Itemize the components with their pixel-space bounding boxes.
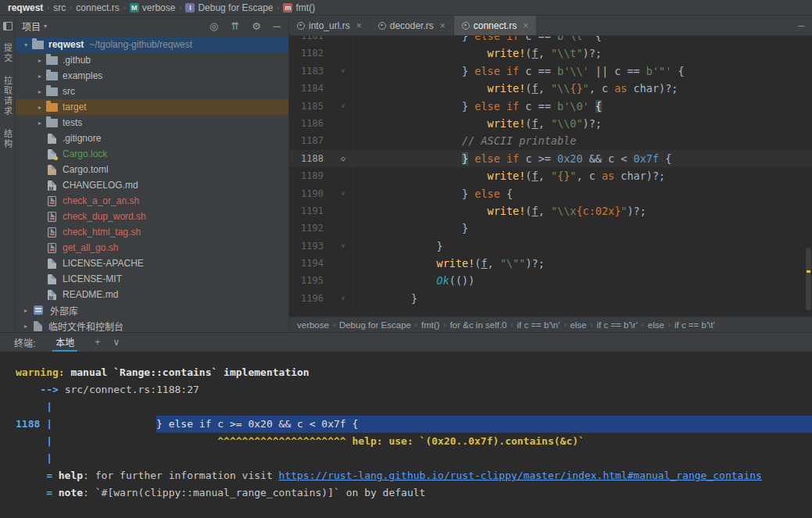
code-breadcrumb-item[interactable]: Debug for Escape [339,320,411,330]
tree-item[interactable]: check_html_tag.sh [16,224,288,240]
tree-item[interactable]: check_a_or_an.sh [16,193,288,209]
editor-scrollbar[interactable] [804,36,812,316]
terminal-output[interactable]: warning: manual `Range::contains` implem… [0,352,812,518]
tree-item[interactable]: README.md [16,287,288,302]
expand-arrow-icon[interactable]: ▸ [34,104,45,111]
expand-arrow-icon[interactable]: ▸ [20,323,31,330]
editor[interactable]: 1181 } else if c == b'\t' {1182 write!(f… [289,36,812,316]
breadcrumb-item[interactable]: IDebug for Escape [185,2,273,13]
tree-item[interactable]: CHANGELOG.md [16,177,288,193]
code-line[interactable]: 1186 write!(f, "\\0")?; [289,115,812,132]
hide-tabs-icon[interactable]: ─ [798,21,804,30]
caret-marker-icon[interactable]: ◇ [333,150,353,167]
hide-panel-icon[interactable]: ─ [274,20,281,32]
settings-gear-icon[interactable]: ⚙ [252,20,261,32]
breadcrumb-separator: › [563,321,566,329]
code-token: else [474,65,500,77]
expand-arrow-icon[interactable]: ▸ [34,73,45,80]
code-line[interactable]: 1194 write!(f, "\"")?; [289,255,812,272]
code-line[interactable]: 1183∨ } else if c == b'\\' || c == b'"' … [289,63,812,80]
code-breadcrumb-item[interactable]: if c == b'\t' [674,320,715,330]
breadcrumb-separator: › [70,4,72,12]
expand-arrow-icon[interactable]: ▸ [34,120,45,127]
breadcrumb-item-label: verbose [142,2,176,13]
fold-icon[interactable]: ∨ [333,185,353,202]
code-breadcrumb-item[interactable]: for &c in self.0 [450,320,507,330]
tree-root-row[interactable]: ▾reqwest~/tgolang-github/reqwest [16,37,288,52]
code-line[interactable]: 1195 Ok(()) [289,272,812,289]
tree-item[interactable]: ▸examples [16,68,288,84]
project-tool-icon[interactable] [3,22,13,30]
breadcrumb-item[interactable]: reqwest [8,2,43,13]
code-token: , [538,117,551,130]
tab-close-icon[interactable]: × [440,20,445,31]
tree-item[interactable]: ▸tests [16,115,288,130]
tree-item[interactable]: .gitignore [16,130,288,146]
code-line[interactable]: 1193∨ } [289,238,812,255]
code-token: } [360,36,474,42]
tree-item[interactable]: ▸外部库 [16,302,288,318]
tree-item[interactable]: ▸临时文件和控制台 [16,318,288,332]
tool-button-pull-requests[interactable]: 拉取请求 [2,76,14,116]
expand-arrow-icon[interactable]: ▸ [20,307,31,314]
terminal-tab-local[interactable]: 本地 [52,333,77,352]
expand-arrow-icon[interactable]: ▸ [34,88,45,95]
line-number: 1184 [289,80,333,97]
add-session-icon[interactable]: + [95,337,100,348]
terminal-selected-text[interactable]: } else if c >= 0x20 && c < 0x7f { [156,416,812,433]
code-line[interactable]: 1181 } else if c == b'\t' { [289,36,812,45]
code-breadcrumb-item[interactable]: verbose [297,320,329,330]
expand-arrow-icon[interactable]: ▸ [34,57,45,64]
editor-tab[interactable]: decoder.rs× [370,16,454,35]
tab-close-icon[interactable]: × [523,20,528,31]
breadcrumb-item[interactable]: src [53,2,66,13]
editor-tab[interactable]: connect.rs× [454,16,537,35]
project-view-selector[interactable]: 项目 ▾ [22,20,47,33]
impl-icon: I [185,3,195,13]
code-line[interactable]: 1190∨ } else { [289,185,812,202]
tree-item[interactable]: check_dup_word.sh [16,209,288,224]
tool-button-structure[interactable]: 结构 [2,129,14,149]
fold-icon[interactable]: ∨ [333,98,353,115]
breadcrumb-item[interactable]: connect.rs [76,2,119,13]
code-line[interactable]: 1189 write!(f, "{}", c as char)?; [289,167,812,184]
code-line[interactable]: 1188◇ } else if c >= 0x20 && c < 0x7f { [289,150,812,167]
scrollbar-thumb[interactable] [806,248,811,310]
tree-item-label: src [63,86,75,97]
chevron-down-icon[interactable]: ∨ [113,337,120,348]
code-breadcrumb-item[interactable]: else [648,320,664,330]
code-breadcrumb-item[interactable]: if c == b'\n' [517,320,560,330]
fold-icon[interactable]: ∨ [333,290,353,307]
code-line[interactable]: 1184 write!(f, "\\{}", c as char)?; [289,80,812,97]
tree-item[interactable]: LICENSE-MIT [16,271,288,287]
breadcrumb-item[interactable]: mfmt() [283,2,315,13]
code-line[interactable]: 1196∨ } [289,290,812,307]
tree-item[interactable]: Cargo.lock [16,146,288,162]
code-line[interactable]: 1182 write!(f, "\\t")?; [289,45,812,62]
code-breadcrumb-item[interactable]: else [570,320,586,330]
collapse-all-icon[interactable]: ⇈ [231,20,239,32]
terminal-link[interactable]: https://rust-lang.github.io/rust-clippy/… [279,467,762,484]
code-breadcrumb-item[interactable]: fmt() [421,320,440,330]
breadcrumb-item[interactable]: Mverbose [130,2,176,13]
tree-item[interactable]: LICENSE-APACHE [16,255,288,271]
tree-item[interactable]: ▸src [16,84,288,99]
code-breadcrumb-item[interactable]: if c == b'\r' [597,320,638,330]
code-text: } else if c == b'\\' || c == b'"' { [353,63,812,80]
tree-item[interactable]: ▸.github [16,52,288,68]
tree-item[interactable]: Cargo.toml [16,162,288,177]
tree-item[interactable]: get_all_go.sh [16,240,288,255]
editor-tab[interactable]: into_url.rs× [289,16,370,35]
tree-item[interactable]: ▸target [16,99,288,115]
fold-icon[interactable]: ∨ [333,238,353,255]
collapse-arrow-icon[interactable]: ▾ [20,41,31,48]
locate-icon[interactable]: ◎ [209,20,218,32]
code-token: write! [488,170,526,182]
tool-button-commit[interactable]: 提交 [2,43,14,63]
code-line[interactable]: 1191 write!(f, "\\x{c:02x}")?; [289,202,812,220]
tab-close-icon[interactable]: × [356,20,362,31]
code-line[interactable]: 1187 // ASCII printable [289,132,812,149]
code-line[interactable]: 1185∨ } else if c == b'\0' { [289,98,812,115]
fold-icon[interactable]: ∨ [333,63,353,80]
code-line[interactable]: 1192 } [289,220,812,237]
